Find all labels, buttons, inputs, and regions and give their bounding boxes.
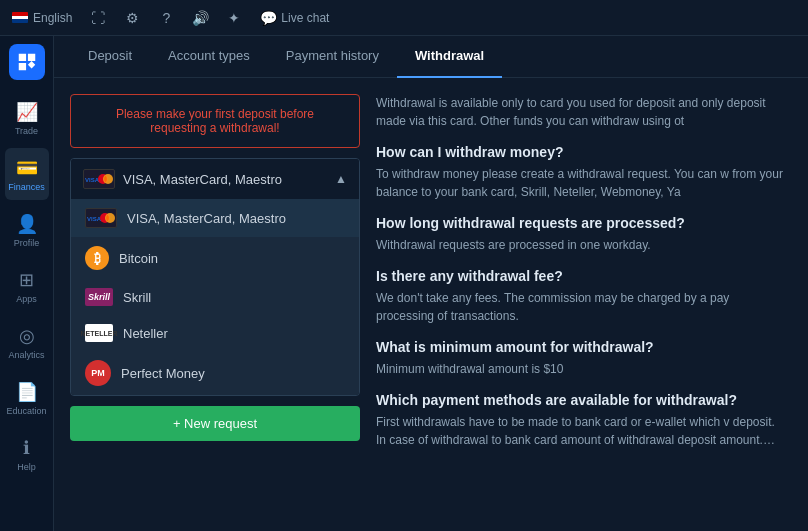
chevron-up-icon: ▲ <box>335 172 347 186</box>
help-sidebar-icon: ℹ <box>23 437 30 459</box>
sidebar-label-education: Education <box>6 406 46 416</box>
sidebar-label-trade: Trade <box>15 126 38 136</box>
fullscreen-icon: ⛶ <box>90 10 106 26</box>
faq-answer-2: Withdrawal requests are processed in one… <box>376 236 788 254</box>
faq-answer-1: To withdraw money please create a withdr… <box>376 165 788 201</box>
faq-section-1: How can I withdraw money? To withdraw mo… <box>376 144 788 201</box>
app-logo[interactable] <box>9 44 45 80</box>
sidebar: 📈 Trade 💳 Finances 👤 Profile ⊞ Apps ◎ An… <box>0 36 54 531</box>
right-panel: Withdrawal is available only to card you… <box>376 94 792 515</box>
tab-account-types[interactable]: Account types <box>150 36 268 78</box>
language-selector[interactable]: English <box>12 11 72 25</box>
volume-btn[interactable]: 🔊 <box>192 10 208 26</box>
dropdown-selected-label: VISA, MasterCard, Maestro <box>123 172 282 187</box>
sidebar-label-profile: Profile <box>14 238 40 248</box>
dropdown-list: VISA VISA, MasterCard, Maestro ₿ <box>71 199 359 395</box>
neteller-icon: NETELLER <box>85 324 113 342</box>
skrill-icon: Skrill <box>85 288 113 306</box>
volume-icon: 🔊 <box>192 10 208 26</box>
sidebar-item-analytics[interactable]: ◎ Analytics <box>5 316 49 368</box>
sidebar-item-profile[interactable]: 👤 Profile <box>5 204 49 256</box>
faq-question-3: Is there any withdrawal fee? <box>376 268 788 284</box>
dropdown-option-perfect-money[interactable]: PM Perfect Money <box>71 351 359 395</box>
dropdown-option-skrill[interactable]: Skrill Skrill <box>71 279 359 315</box>
visa-label: VISA, MasterCard, Maestro <box>127 211 286 226</box>
faq-answer-4: Minimum withdrawal amount is $10 <box>376 360 788 378</box>
warning-message: Please make your first deposit before re… <box>70 94 360 148</box>
help-btn[interactable]: ? <box>158 10 174 26</box>
finances-icon: 💳 <box>16 157 38 179</box>
content-area: Deposit Account types Payment history Wi… <box>54 36 808 531</box>
dropdown-header[interactable]: VISA VISA, MasterCard, Maestro ▲ <box>71 159 359 199</box>
chat-icon: 💬 <box>260 10 276 26</box>
left-panel: Please make your first deposit before re… <box>70 94 360 515</box>
sidebar-item-help[interactable]: ℹ Help <box>5 428 49 480</box>
sidebar-label-help: Help <box>17 462 36 472</box>
neteller-label: Neteller <box>123 326 168 341</box>
main-layout: 📈 Trade 💳 Finances 👤 Profile ⊞ Apps ◎ An… <box>0 36 808 531</box>
perfect-money-label: Perfect Money <box>121 366 205 381</box>
visa-mc-icon: VISA <box>85 208 117 228</box>
topbar: English ⛶ ⚙ ? 🔊 ✦ 💬 Live chat <box>0 0 808 36</box>
analytics-icon: ◎ <box>19 325 35 347</box>
faq-section-5: Which payment methods are available for … <box>376 392 788 449</box>
settings-icon: ⚙ <box>124 10 140 26</box>
faq-section-2: How long withdrawal requests are process… <box>376 215 788 254</box>
bitcoin-label: Bitcoin <box>119 251 158 266</box>
trade-icon: 📈 <box>16 101 38 123</box>
profile-icon: 👤 <box>16 213 38 235</box>
language-label: English <box>33 11 72 25</box>
faq-question-2: How long withdrawal requests are process… <box>376 215 788 231</box>
faq-question-5: Which payment methods are available for … <box>376 392 788 408</box>
svg-text:VISA: VISA <box>85 177 100 183</box>
star-btn[interactable]: ✦ <box>226 10 242 26</box>
tab-deposit[interactable]: Deposit <box>70 36 150 78</box>
live-chat-btn[interactable]: 💬 Live chat <box>260 10 329 26</box>
faq-answer-3: We don't take any fees. The commission m… <box>376 289 788 325</box>
settings-btn[interactable]: ⚙ <box>124 10 140 26</box>
dropdown-header-content: VISA VISA, MasterCard, Maestro <box>83 169 282 189</box>
payment-method-dropdown[interactable]: VISA VISA, MasterCard, Maestro ▲ <box>70 158 360 396</box>
dropdown-option-visa[interactable]: VISA VISA, MasterCard, Maestro <box>71 199 359 237</box>
dropdown-option-neteller[interactable]: NETELLER Neteller <box>71 315 359 351</box>
sidebar-item-apps[interactable]: ⊞ Apps <box>5 260 49 312</box>
fullscreen-btn[interactable]: ⛶ <box>90 10 106 26</box>
tab-payment-history[interactable]: Payment history <box>268 36 397 78</box>
sidebar-item-education[interactable]: 📄 Education <box>5 372 49 424</box>
faq-section-4: What is minimum amount for withdrawal? M… <box>376 339 788 378</box>
faq-question-4: What is minimum amount for withdrawal? <box>376 339 788 355</box>
dropdown-option-bitcoin[interactable]: ₿ Bitcoin <box>71 237 359 279</box>
flag-icon <box>12 12 28 23</box>
new-request-label: + New request <box>173 416 257 431</box>
bitcoin-icon: ₿ <box>85 246 109 270</box>
intro-text: Withdrawal is available only to card you… <box>376 94 788 130</box>
faq-question-1: How can I withdraw money? <box>376 144 788 160</box>
sidebar-label-apps: Apps <box>16 294 37 304</box>
page-content: Please make your first deposit before re… <box>54 78 808 531</box>
sidebar-label-finances: Finances <box>8 182 45 192</box>
svg-text:VISA: VISA <box>87 216 102 222</box>
education-icon: 📄 <box>16 381 38 403</box>
tab-withdrawal[interactable]: Withdrawal <box>397 36 502 78</box>
help-icon: ? <box>158 10 174 26</box>
subnav: Deposit Account types Payment history Wi… <box>54 36 808 78</box>
visa-mc-logo: VISA <box>83 169 115 189</box>
sidebar-item-trade[interactable]: 📈 Trade <box>5 92 49 144</box>
skrill-label: Skrill <box>123 290 151 305</box>
sidebar-label-analytics: Analytics <box>8 350 44 360</box>
apps-icon: ⊞ <box>19 269 34 291</box>
faq-answer-5: First withdrawals have to be made to ban… <box>376 413 788 449</box>
faq-section-3: Is there any withdrawal fee? We don't ta… <box>376 268 788 325</box>
new-request-button[interactable]: + New request <box>70 406 360 441</box>
star-icon: ✦ <box>226 10 242 26</box>
sidebar-item-finances[interactable]: 💳 Finances <box>5 148 49 200</box>
live-chat-label: Live chat <box>281 11 329 25</box>
perfect-money-icon: PM <box>85 360 111 386</box>
